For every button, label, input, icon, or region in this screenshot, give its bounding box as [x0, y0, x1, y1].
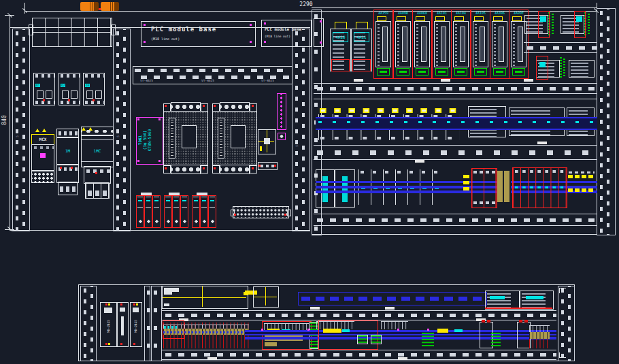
servo-heatsink-slot [499, 27, 504, 62]
mini-breaker [192, 195, 200, 228]
breaker-pole [95, 90, 102, 99]
mount-tab [212, 165, 220, 173]
mini-breaker [208, 195, 216, 228]
strip-end-tab [287, 210, 291, 216]
unit-tag: MD-2815 [107, 313, 110, 340]
module-display [526, 296, 543, 299]
servo-connector [474, 68, 487, 76]
servo-body [434, 21, 450, 67]
servo-indicator [435, 16, 445, 21]
plc-base-subtitle: (M18 line out) [265, 35, 290, 38]
marker-dot [99, 8, 101, 10]
transformer-core [212, 111, 257, 165]
core-window [182, 125, 197, 148]
magenta-connector-strip [277, 93, 286, 130]
yellow-terminal-bank [567, 170, 595, 203]
terminal-strip [233, 206, 289, 218]
red-wires [529, 339, 550, 348]
contactor-body [31, 144, 54, 171]
magenta-indicator [40, 153, 46, 158]
dim-width-label: 2290 [286, 1, 327, 7]
panel-top-line [78, 284, 575, 285]
breaker-bank-red [512, 167, 567, 208]
mini-breaker [144, 195, 152, 228]
unit-window [120, 308, 125, 312]
breaker-group [163, 195, 188, 227]
cad-drawing: 2290 840 5 5 5 Q1 Q2 [0, 0, 619, 364]
marker-dot [234, 214, 236, 216]
contactor-tag: 1M [56, 137, 79, 165]
plc-base-box: PLC module base (M18 line out) [141, 21, 256, 47]
mounting-rail [80, 286, 97, 361]
servo-connector [416, 68, 429, 76]
corner-dot [320, 20, 322, 22]
cyan-tag [342, 329, 350, 332]
mccb-breaker: Q2 [58, 73, 80, 105]
rail-hook [559, 352, 566, 358]
mini-breaker [172, 195, 180, 228]
duct-label: VY-4025 [140, 79, 153, 82]
marker-dot-yellow [136, 303, 138, 305]
relay-cluster [524, 11, 554, 38]
wire-label [441, 79, 450, 82]
drive-connector-zone [331, 59, 350, 71]
servo-drive: 4A104 [451, 10, 471, 79]
io-module [517, 322, 531, 348]
servo-indicator [474, 16, 484, 21]
transformer-bracket [220, 102, 250, 112]
plc-base-subtitle: (M18 line out) [151, 37, 180, 41]
wire-label [524, 79, 533, 82]
winding-label-strip [169, 118, 175, 159]
arrow-up-icon [42, 129, 46, 132]
mini-breaker [200, 195, 208, 228]
center-block [264, 138, 270, 144]
marker-dot [274, 165, 276, 167]
corner-dot [320, 42, 322, 44]
wire-label [415, 160, 424, 163]
unit-bar [121, 316, 124, 335]
arrow-up-icon [35, 129, 39, 132]
marker-dot [95, 172, 97, 174]
unit-tag: MD-2815 [134, 313, 137, 340]
servo-heatsink-slot [460, 27, 465, 62]
marker-dot-yellow [108, 303, 110, 305]
servo-tag: 4A105 [471, 11, 490, 15]
servo-indicator [493, 16, 503, 21]
contactor-lower [84, 166, 111, 184]
marker-dot [214, 105, 216, 107]
transformer-label-line3: KTBN-5060 [147, 118, 152, 162]
relay-highlight-box [536, 56, 548, 80]
terminal-bundle [163, 321, 249, 348]
red-tab [519, 320, 522, 322]
mini-breaker [180, 195, 188, 228]
corner-dot [250, 41, 252, 43]
servo-tag: 4A104 [452, 11, 470, 15]
mini-breaker [136, 195, 144, 228]
servo-connector [377, 68, 390, 76]
panel-blob [164, 292, 172, 295]
servo-body [375, 21, 391, 67]
breaker-pole [37, 90, 44, 99]
marker-dot [68, 99, 70, 101]
din-rail [314, 83, 597, 94]
dim-line-left [10, 15, 10, 230]
servo-heatsink-slot [382, 27, 388, 62]
small-drive: 4A11 [351, 22, 371, 70]
contactor-feet [85, 182, 110, 199]
marker-dot [120, 303, 122, 305]
transformer-bracket [171, 102, 201, 112]
core-window [231, 125, 246, 148]
servo-tag: 4A306 [490, 11, 509, 15]
corner-dot [144, 41, 146, 43]
dim-ext-left [24, 3, 25, 14]
breaker-group [191, 195, 216, 227]
breaker-pole [62, 90, 69, 99]
cable-clamp-icon [101, 2, 119, 11]
red-baseline [485, 308, 552, 309]
servo-heatsink-slot [421, 27, 426, 62]
corner-dot [250, 24, 252, 26]
breaker-pole [71, 90, 78, 99]
drive-tag: 4A11 [354, 32, 369, 42]
marker-dot [165, 167, 167, 169]
transformer-core [163, 111, 208, 165]
